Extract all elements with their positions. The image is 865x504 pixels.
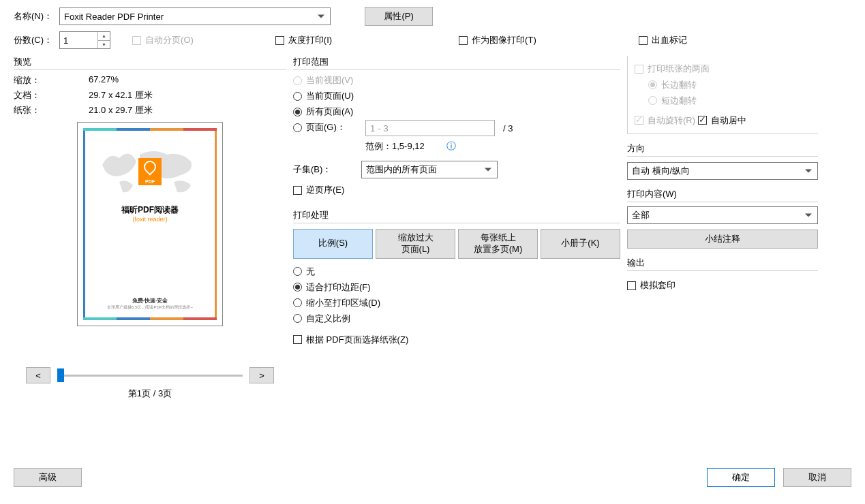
slider-handle[interactable] xyxy=(57,368,64,382)
name-label: 名称(N)： xyxy=(14,10,52,22)
duplex-checkbox: 打印纸张的两面 xyxy=(635,63,710,75)
tab-zoom[interactable]: 缩放过大 页面(L) xyxy=(376,229,455,259)
subset-row: 子集(B)： 范围内的所有页面 xyxy=(293,161,620,178)
printer-value: Foxit Reader PDF Printer xyxy=(64,12,164,22)
radio-icon xyxy=(293,267,302,276)
cancel-button[interactable]: 取消 xyxy=(783,468,851,487)
radio-icon xyxy=(293,314,302,323)
grayscale-checkbox[interactable]: 灰度打印(I) xyxy=(275,34,332,46)
collate-checkbox: 自动分页(O) xyxy=(132,34,194,46)
checkbox-icon xyxy=(635,116,643,125)
pages-input[interactable] xyxy=(365,120,495,136)
ok-button[interactable]: 确定 xyxy=(707,468,775,487)
handling-tabs: 比例(S) 缩放过大 页面(L) 每张纸上 放置多页(M) 小册子(K) xyxy=(293,229,620,259)
as-image-checkbox[interactable]: 作为图像打印(T) xyxy=(459,34,536,46)
preview-thumbnail: PDF 福昕PDF阅读器 (foxit reader) 免费·快速·安全 全球用… xyxy=(77,122,223,326)
doc-value: 29.7 x 42.1 厘米 xyxy=(89,89,153,101)
page-slider[interactable] xyxy=(57,368,243,382)
spinner-up-icon[interactable]: ▲ xyxy=(98,32,110,41)
radio-short-edge: 短边翻转 xyxy=(648,95,811,107)
checkbox-icon xyxy=(459,36,468,45)
checkbox-icon xyxy=(635,65,643,74)
panels: 预览 缩放： 67.27% 文档： 29.7 x 42.1 厘米 纸张： 21.… xyxy=(14,56,851,400)
checkbox-icon xyxy=(132,36,141,45)
checkbox-icon xyxy=(639,36,648,45)
example-row: 范例：1,5-9,12 ⓘ xyxy=(365,140,620,153)
copies-row: 份数(C)： ▲ ▼ 自动分页(O) 灰度打印(I) 作为图像打印(T) 出血标… xyxy=(14,31,851,49)
bleed-checkbox[interactable]: 出血标记 xyxy=(639,34,687,46)
pages-total: / 3 xyxy=(503,123,513,133)
checkbox-icon xyxy=(293,186,302,195)
spinner-down-icon[interactable]: ▼ xyxy=(98,41,110,49)
tab-scale[interactable]: 比例(S) xyxy=(293,229,373,259)
next-page-button[interactable]: > xyxy=(249,367,274,383)
radio-current-page[interactable]: 当前页面(U) xyxy=(293,90,620,102)
tab-multi[interactable]: 每张纸上 放置多页(M) xyxy=(458,229,538,259)
radio-icon xyxy=(293,108,302,116)
range-title: 打印范围 xyxy=(293,56,620,70)
radio-icon xyxy=(293,283,302,292)
preview-nav: < > xyxy=(14,367,286,383)
printer-select[interactable]: Foxit Reader PDF Printer xyxy=(59,7,331,25)
checkbox-icon xyxy=(627,281,636,290)
content-title: 打印内容(W) xyxy=(627,188,818,202)
radio-icon xyxy=(648,80,657,89)
auto-rotate-checkbox: 自动旋转(R) xyxy=(635,114,695,127)
preview-panel: 预览 缩放： 67.27% 文档： 29.7 x 42.1 厘米 纸张： 21.… xyxy=(14,56,286,400)
print-dialog: 名称(N)： Foxit Reader PDF Printer 属性(P) 份数… xyxy=(0,0,865,504)
center-panel: 打印范围 当前视图(V) 当前页面(U) 所有页面(A) 页面(G)： / 3 xyxy=(293,56,620,400)
thumb-footer: 免费·快速·安全 全球用户超越6.5亿，阅读PDF文档的理想选择~ xyxy=(107,297,193,311)
output-title: 输出 xyxy=(627,257,818,271)
radio-icon xyxy=(293,298,302,307)
zoom-row: 缩放： 67.27% xyxy=(14,74,286,86)
summary-button[interactable]: 小结注释 xyxy=(627,230,818,249)
dialog-buttons: 高级 确定 取消 xyxy=(14,468,851,487)
copies-label: 份数(C)： xyxy=(14,34,52,46)
thumb-sub: (foxit reader) xyxy=(99,216,201,223)
right-panel: 打印纸张的两面 长边翻转 短边翻转 自动旋转(R) 自动居中 xyxy=(627,56,818,400)
handling-title: 打印处理 xyxy=(293,209,620,223)
checkbox-icon xyxy=(698,116,707,125)
radio-shrink[interactable]: 缩小至打印区域(D) xyxy=(293,297,620,309)
overprint-checkbox[interactable]: 模拟套印 xyxy=(627,279,676,292)
prev-page-button[interactable]: < xyxy=(26,367,50,383)
doc-size-row: 文档： 29.7 x 42.1 厘米 xyxy=(14,89,286,101)
radio-custom[interactable]: 自定义比例 xyxy=(293,313,620,325)
advanced-button[interactable]: 高级 xyxy=(14,468,82,487)
paper-value: 21.0 x 29.7 厘米 xyxy=(89,104,153,116)
printer-row: 名称(N)： Foxit Reader PDF Printer 属性(P) xyxy=(14,7,851,26)
checkbox-icon xyxy=(293,335,302,344)
radio-current-view: 当前视图(V) xyxy=(293,74,620,86)
orientation-select[interactable]: 自动 横向/纵向 xyxy=(627,162,818,180)
radio-long-edge: 长边翻转 xyxy=(648,79,811,91)
radio-icon xyxy=(648,96,657,105)
page-indicator: 第1页 / 3页 xyxy=(14,388,286,400)
reverse-checkbox[interactable]: 逆页序(E) xyxy=(293,184,344,196)
copies-spinner[interactable]: ▲ ▼ xyxy=(59,31,110,49)
by-page-checkbox[interactable]: 根据 PDF页面选择纸张(Z) xyxy=(293,334,408,346)
radio-all-pages[interactable]: 所有页面(A) xyxy=(293,106,620,118)
orientation-title: 方向 xyxy=(627,142,818,157)
tab-booklet[interactable]: 小册子(K) xyxy=(541,229,620,259)
info-icon[interactable]: ⓘ xyxy=(446,140,456,153)
thumb-title: 福昕PDF阅读器 xyxy=(99,204,201,216)
content-select[interactable]: 全部 xyxy=(627,206,818,224)
auto-center-checkbox[interactable]: 自动居中 xyxy=(698,114,746,127)
radio-icon xyxy=(293,92,302,101)
pages-input-row: / 3 xyxy=(365,120,620,136)
properties-button[interactable]: 属性(P) xyxy=(365,7,433,26)
radio-icon xyxy=(293,123,302,132)
subset-select[interactable]: 范围内的所有页面 xyxy=(361,161,498,178)
copies-input[interactable] xyxy=(60,32,97,48)
radio-fit-margin[interactable]: 适合打印边距(F) xyxy=(293,281,620,294)
zoom-value: 67.27% xyxy=(89,74,119,86)
checkbox-icon xyxy=(275,36,284,45)
preview-title: 预览 xyxy=(14,56,286,70)
paper-size-row: 纸张： 21.0 x 29.7 厘米 xyxy=(14,104,286,116)
pdf-logo-icon: PDF xyxy=(138,158,162,185)
radio-icon xyxy=(293,76,302,85)
radio-none[interactable]: 无 xyxy=(293,266,620,278)
